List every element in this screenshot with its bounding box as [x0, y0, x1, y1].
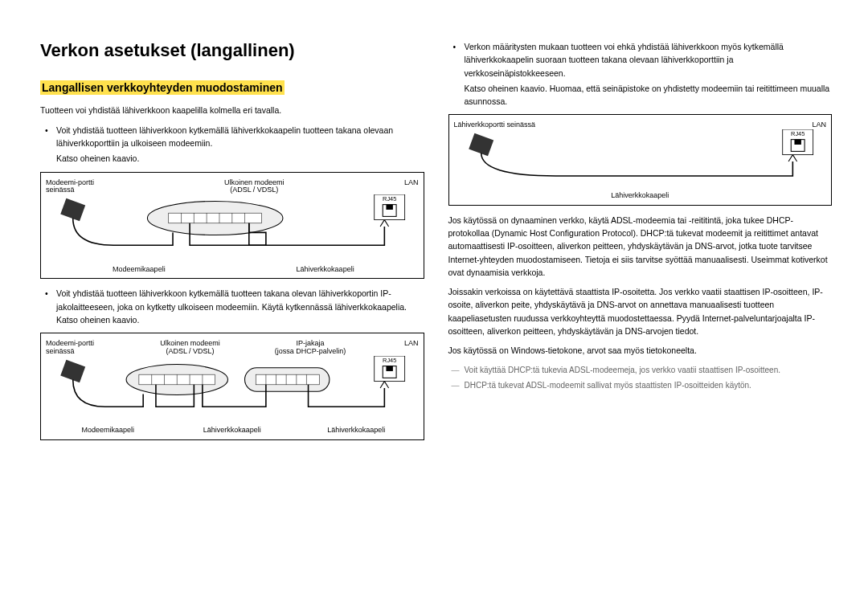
- svg-rect-35: [794, 140, 800, 145]
- diagram-2-svg: RJ45: [46, 356, 419, 423]
- label-lan: LAN: [794, 121, 826, 129]
- svg-rect-12: [60, 360, 85, 382]
- diagram-1-svg: RJ45: [46, 194, 419, 262]
- note-text: Voit käyttää DHCP:tä tukevia ADSL-modeem…: [465, 366, 781, 374]
- diagram-1: Modeemi-portti seinässä Ulkoinen modeemi…: [40, 172, 424, 280]
- label-ext-modem-sub: (ADSL / VDSL): [122, 186, 387, 194]
- svg-rect-30: [386, 366, 392, 371]
- label-lahiverkkokaapeli: Lähiverkkokaapeli: [232, 266, 419, 274]
- list-item: Voit yhdistää tuotteen lähiverkkoon kytk…: [56, 124, 424, 166]
- paragraph: Jos käytössä on Windows-tietokone, arvot…: [448, 344, 833, 357]
- page-title: Verkon asetukset (langallinen): [40, 40, 424, 61]
- paragraph: Joissakin verkoissa on käytettävä staatt…: [448, 285, 833, 337]
- note-text: DHCP:tä tukevat ADSL-modeemit sallivat m…: [465, 381, 751, 390]
- list-item-text: Voit yhdistää tuotteen lähiverkkoon kytk…: [56, 288, 407, 325]
- list-item-after: Katso oheinen kaavio. Huomaa, että seinä…: [465, 82, 833, 108]
- instruction-list: Verkon määritysten mukaan tuotteen voi e…: [448, 40, 833, 108]
- svg-rect-21: [256, 374, 319, 385]
- note-line: DHCP:tä tukevat ADSL-modeemit sallivat m…: [448, 379, 833, 391]
- label-modeemikaapeli: Modeemikaapeli: [46, 266, 232, 274]
- label-lahi1: Lähiverkkokaapeli: [170, 427, 293, 435]
- list-item-text: Verkon määritysten mukaan tuotteen voi e…: [465, 42, 784, 78]
- list-item: Voit yhdistää tuotteen lähiverkkoon kytk…: [56, 287, 424, 326]
- list-item-text: Voit yhdistää tuotteen lähiverkkoon kytk…: [56, 125, 393, 148]
- note-line: Voit käyttää DHCP:tä tukevia ADSL-modeem…: [448, 364, 833, 376]
- list-item-after: Katso oheinen kaavio.: [56, 152, 424, 165]
- diagram-2: Modeemi-portti seinässä Ulkoinen modeemi…: [40, 333, 424, 440]
- right-column: Verkon määritysten mukaan tuotteen voi e…: [448, 40, 833, 589]
- svg-rect-2: [169, 214, 262, 224]
- section-heading: Langallisen verkkoyhteyden muodostaminen: [40, 80, 285, 95]
- label-modeemikaapeli: Modeemikaapeli: [47, 427, 170, 435]
- svg-rect-0: [60, 198, 85, 221]
- svg-text:RJ45: RJ45: [791, 131, 805, 138]
- list-item: Verkon määritysten mukaan tuotteen voi e…: [465, 40, 833, 108]
- label-ipjakaja-sub: (jossa DHCP-palvelin): [258, 348, 362, 356]
- instruction-list: Voit yhdistää tuotteen lähiverkkoon kytk…: [40, 124, 424, 166]
- intro-text: Tuotteen voi yhdistää lähiverkkoon kaape…: [40, 104, 424, 117]
- svg-text:RJ45: RJ45: [383, 357, 396, 364]
- svg-rect-31: [469, 133, 493, 156]
- label-cable: Lähiverkkokaapeli: [611, 192, 669, 200]
- svg-rect-11: [386, 205, 392, 210]
- label-port: Lähiverkkoportti seinässä: [454, 121, 795, 129]
- label-lan: LAN: [387, 340, 419, 348]
- label-rj45: RJ45: [383, 196, 396, 203]
- instruction-list: Voit yhdistää tuotteen lähiverkkoon kytk…: [40, 287, 424, 326]
- label-modem-port: Modeemi-portti seinässä: [46, 340, 122, 356]
- left-column: Verkon asetukset (langallinen) Langallis…: [40, 40, 424, 589]
- label-lan: LAN: [387, 179, 419, 187]
- label-ext-modem-sub: (ADSL / VDSL): [146, 348, 235, 356]
- label-modem-port: Modeemi-portti seinässä: [46, 179, 122, 195]
- diagram-3-svg: RJ45: [454, 129, 827, 189]
- paragraph: Jos käytössä on dynaaminen verkko, käytä…: [448, 214, 833, 279]
- diagram-3: Lähiverkkoportti seinässä LAN RJ45 Lähiv…: [448, 114, 833, 206]
- label-lahi2: Lähiverkkokaapeli: [295, 427, 418, 435]
